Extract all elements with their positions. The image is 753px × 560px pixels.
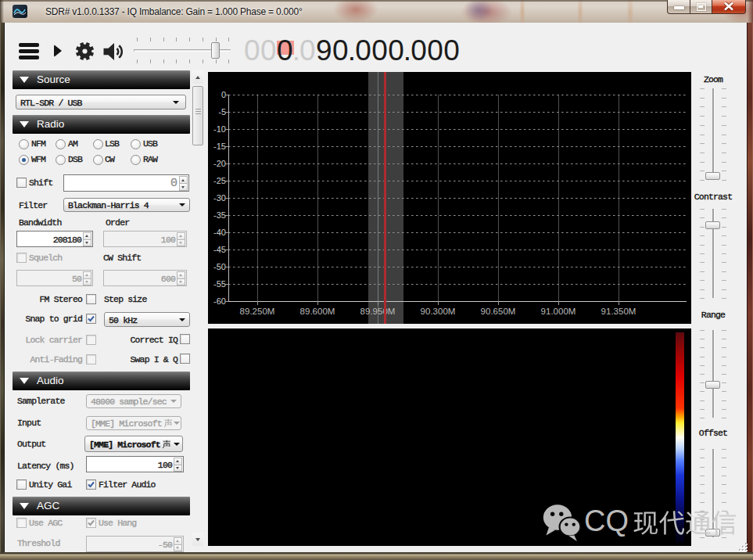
svg-text:89.250M: 89.250M [240,307,275,316]
svg-text:-15: -15 [213,142,226,151]
svg-text:-50: -50 [213,262,226,271]
svg-text:CQ: CQ [584,504,629,537]
svg-text:-10: -10 [213,124,226,134]
svg-text:-60: -60 [213,296,226,306]
svg-text:89.600M: 89.600M [300,307,335,316]
svg-text:-5: -5 [218,107,226,117]
svg-text:-25: -25 [213,176,226,185]
svg-text:91.350M: 91.350M [601,307,636,316]
svg-text:-30: -30 [213,193,226,203]
svg-text:90.300M: 90.300M [421,307,456,316]
svg-text:-20: -20 [213,159,226,168]
svg-text:90.650M: 90.650M [481,307,516,316]
svg-text:-55: -55 [213,279,226,289]
svg-text:-45: -45 [213,245,226,254]
svg-text:-35: -35 [213,210,226,220]
svg-text:-40: -40 [213,228,226,237]
svg-text:91.000M: 91.000M [541,307,576,316]
